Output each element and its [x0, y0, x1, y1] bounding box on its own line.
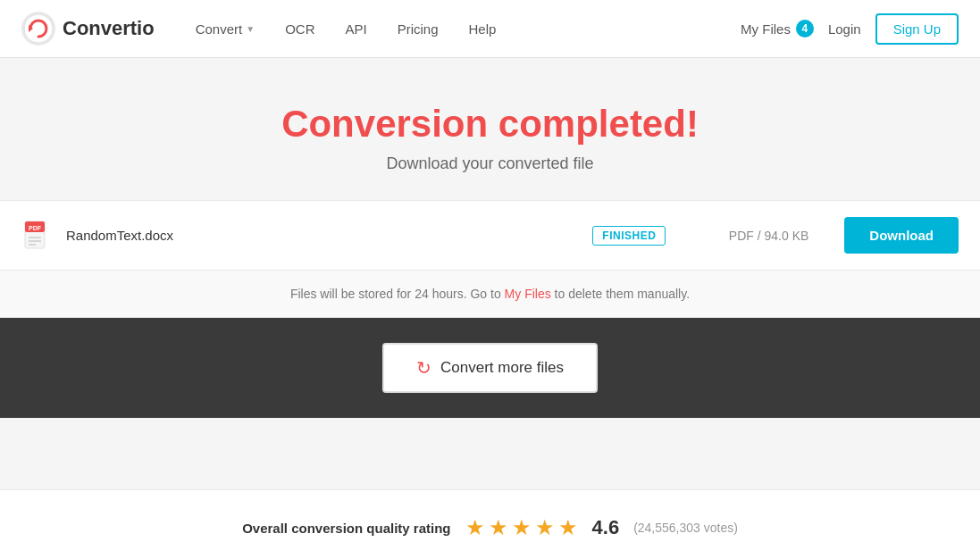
star-3: ★: [512, 515, 532, 540]
convert-more-label: Convert more files: [440, 359, 564, 377]
file-size-info: PDF / 94.0 KB: [701, 229, 808, 243]
star-4: ★: [535, 515, 555, 540]
file-name: RandomText.docx: [66, 228, 592, 243]
star-1: ★: [465, 515, 485, 540]
refresh-icon: ↻: [416, 357, 431, 379]
storage-note-text-after: to delete them manually.: [551, 287, 690, 301]
nav-ocr[interactable]: OCR: [272, 14, 327, 44]
brand-name: Convertio: [63, 17, 155, 40]
logo-icon: [21, 12, 55, 46]
nav-pricing[interactable]: Pricing: [385, 14, 451, 44]
hero-section: Conversion completed! Download your conv…: [0, 58, 980, 200]
download-button[interactable]: Download: [844, 217, 959, 254]
nav-help[interactable]: Help: [456, 14, 509, 44]
convert-more-button[interactable]: ↻ Convert more files: [382, 343, 598, 393]
chevron-down-icon: ▼: [246, 24, 255, 34]
hero-title: Conversion completed!: [18, 103, 962, 146]
storage-note-text-before: Files will be stored for 24 hours. Go to: [290, 287, 505, 301]
nav-convert[interactable]: Convert ▼: [183, 14, 267, 44]
spacer: [0, 418, 980, 489]
navbar-right: My Files 4 Login Sign Up: [741, 13, 959, 45]
nav-links: Convert ▼ OCR API Pricing Help: [183, 14, 741, 44]
rating-votes: (24,556,303 votes): [633, 521, 738, 535]
star-5-half: ★: [558, 515, 578, 540]
convert-more-section: ↻ Convert more files: [0, 318, 980, 418]
hero-subtitle: Download your converted file: [18, 154, 962, 173]
svg-text:PDF: PDF: [29, 225, 42, 231]
pdf-file-icon: PDF: [21, 220, 54, 252]
nav-api[interactable]: API: [332, 14, 379, 44]
star-rating: ★ ★ ★ ★ ★: [465, 515, 578, 540]
status-badge: FINISHED: [592, 226, 666, 246]
login-button[interactable]: Login: [828, 21, 861, 37]
rating-section: Overall conversion quality rating ★ ★ ★ …: [0, 489, 980, 542]
navbar: Convertio Convert ▼ OCR API Pricing Help…: [0, 0, 980, 58]
rating-label: Overall conversion quality rating: [242, 521, 450, 536]
star-2: ★: [489, 515, 508, 540]
storage-note: Files will be stored for 24 hours. Go to…: [0, 271, 980, 318]
my-files-button[interactable]: My Files 4: [741, 20, 814, 38]
file-row: PDF RandomText.docx FINISHED PDF / 94.0 …: [0, 200, 980, 271]
rating-row: Overall conversion quality rating ★ ★ ★ …: [18, 515, 962, 540]
svg-point-1: [24, 14, 53, 43]
conversion-area: PDF RandomText.docx FINISHED PDF / 94.0 …: [0, 200, 980, 318]
rating-score: 4.6: [592, 516, 620, 539]
my-files-link[interactable]: My Files: [505, 287, 551, 301]
signup-button[interactable]: Sign Up: [875, 13, 959, 45]
my-files-badge: 4: [796, 20, 814, 38]
logo[interactable]: Convertio: [21, 12, 155, 46]
